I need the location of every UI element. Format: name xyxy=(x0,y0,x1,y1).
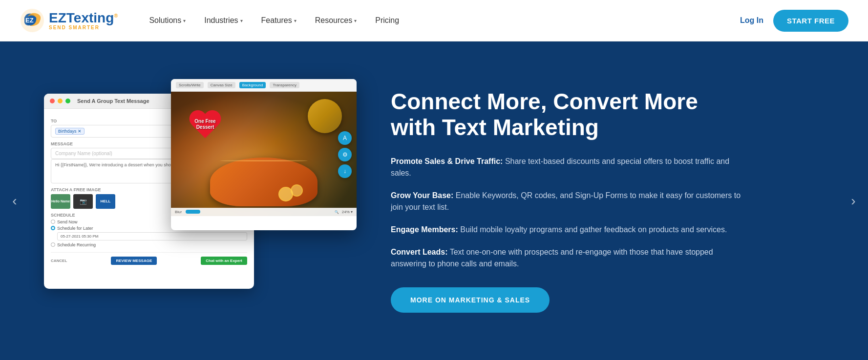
toolbar-scroll-write[interactable]: Scrolls/Write xyxy=(176,82,204,88)
review-message-button[interactable]: REVIEW MESSAGE xyxy=(111,257,157,265)
main-nav: Solutions ▾ Industries ▾ Features ▾ Reso… xyxy=(142,12,740,29)
float-btn-2[interactable]: ⚙ xyxy=(338,148,352,161)
lemon-slice-2 xyxy=(291,184,303,197)
window-close-dot xyxy=(50,99,55,103)
float-btn-3[interactable]: ↓ xyxy=(338,164,352,178)
window-minimize-dot xyxy=(58,99,63,103)
blur-slider[interactable] xyxy=(186,210,200,214)
radio-send-now xyxy=(51,220,55,224)
promo-text: One Free Dessert xyxy=(194,119,215,130)
chevron-down-icon: ▾ xyxy=(354,18,357,23)
nav-solutions[interactable]: Solutions ▾ xyxy=(142,12,192,29)
nav-features[interactable]: Features ▾ xyxy=(254,12,303,29)
toolbar-canvas-size[interactable]: Canvas Size xyxy=(208,82,235,88)
image-editor-toolbar: Scrolls/Write Canvas Size Background Tra… xyxy=(171,79,357,92)
hero-point-4: Convert Leads: Text one-on-one with pros… xyxy=(391,246,742,270)
hero-content: Connect More, Convert More with Text Mar… xyxy=(361,89,839,313)
svg-text:EZ: EZ xyxy=(25,17,34,24)
float-btn-1[interactable]: A xyxy=(338,131,352,145)
nav-resources[interactable]: Resources ▾ xyxy=(308,12,363,29)
food-bowl xyxy=(308,99,342,133)
logo-text: EZTexting® SEND SMARTER xyxy=(49,11,118,30)
logo-icon: EZ xyxy=(20,8,45,33)
promo-overlay: One Free Dessert xyxy=(186,106,225,143)
toolbar-background[interactable]: Background xyxy=(239,82,266,88)
chat-expert-button[interactable]: Chat with an Expert xyxy=(201,257,247,265)
hero-point-1: Promote Sales & Drive Traffic: Share tex… xyxy=(391,156,742,179)
start-free-button[interactable]: START FREE xyxy=(773,10,848,32)
thumbnail-1[interactable]: Hello Name xyxy=(51,194,70,209)
logo[interactable]: EZ EZTexting® SEND SMARTER xyxy=(20,8,118,33)
window-maximize-dot xyxy=(65,99,70,103)
chevron-down-icon: ▾ xyxy=(183,18,186,23)
chevron-down-icon: ▾ xyxy=(294,18,296,23)
image-editor-controls: Blur 🔍 24% ▾ xyxy=(171,208,357,216)
hero-section: ‹ Send A Group Text Message 🔔 ⚙ ✕ TO xyxy=(0,41,868,360)
hero-point-2: Grow Your Base: Enable Keywords, QR code… xyxy=(391,190,742,213)
schedule-recurring[interactable]: Schedule Recurring xyxy=(51,242,247,247)
hero-mockup: Send A Group Text Message 🔔 ⚙ ✕ TO Birth… xyxy=(29,79,361,323)
thumbnail-2[interactable]: 📷 xyxy=(73,194,93,209)
hero-point-3: Engage Members: Build mobile loyalty pro… xyxy=(391,224,742,236)
chevron-down-icon: ▾ xyxy=(240,18,243,23)
next-slide-button[interactable]: › xyxy=(844,186,863,216)
image-editor-window: Scrolls/Write Canvas Size Background Tra… xyxy=(171,79,357,230)
toolbar-transparency[interactable]: Transparency xyxy=(270,82,299,88)
radio-schedule-recurring xyxy=(51,242,55,247)
zoom-level[interactable]: 🔍 24% ▾ xyxy=(335,210,353,214)
header: EZ EZTexting® SEND SMARTER Solutions ▾ I… xyxy=(0,0,868,41)
logo-main-text: EZTexting® xyxy=(49,11,118,25)
float-action-buttons: A ⚙ ↓ xyxy=(338,131,352,178)
date-picker-field[interactable]: 05-27-2021 05:30 PM xyxy=(57,232,247,240)
logo-sub-text: SEND SMARTER xyxy=(49,25,118,30)
recipient-tag: Birthdays ✕ xyxy=(55,128,85,135)
prev-slide-button[interactable]: ‹ xyxy=(5,186,24,216)
blur-control[interactable]: Blur xyxy=(175,210,202,214)
radio-schedule-later xyxy=(51,226,55,230)
nav-industries[interactable]: Industries ▾ xyxy=(197,12,249,29)
header-actions: Log In START FREE xyxy=(740,10,848,32)
mockup-title: Send A Group Text Message xyxy=(77,98,149,104)
hero-heading: Connect More, Convert More with Text Mar… xyxy=(391,89,733,140)
nav-pricing[interactable]: Pricing xyxy=(368,12,406,29)
salmon-element xyxy=(210,158,318,206)
hero-points-list: Promote Sales & Drive Traffic: Share tex… xyxy=(391,156,839,270)
mockup-footer: CANCEL REVIEW MESSAGE Chat with an Exper… xyxy=(51,252,247,265)
cancel-button[interactable]: CANCEL xyxy=(51,259,67,263)
hero-cta-button[interactable]: MORE ON MARKETING & SALES xyxy=(391,287,550,313)
login-button[interactable]: Log In xyxy=(740,16,763,25)
thumbnail-3[interactable]: HELL xyxy=(96,194,115,209)
image-canvas: One Free Dessert Blur 🔍 24% ▾ xyxy=(171,92,357,216)
